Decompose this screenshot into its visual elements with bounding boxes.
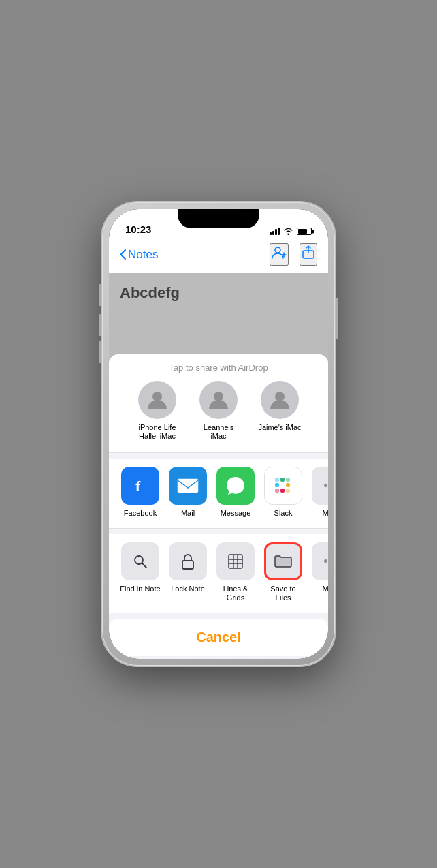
app-name-mail: Mail <box>181 509 195 517</box>
airdrop-avatar-0 <box>138 381 176 419</box>
app-name-more: More <box>322 509 328 517</box>
message-icon-bg <box>216 467 255 505</box>
status-bar: 10:23 <box>109 209 328 239</box>
airdrop-device-name-0: iPhone LifeHallei iMac <box>138 423 176 441</box>
airdrop-device-name-1: Leanne'siMac <box>204 423 233 441</box>
status-icons <box>270 228 312 235</box>
status-time: 10:23 <box>125 223 151 235</box>
phone-inner: 10:23 <box>109 209 328 659</box>
share-icon <box>301 245 316 260</box>
airdrop-avatar-1 <box>199 381 238 419</box>
action-name-lock: Lock Note <box>171 585 205 593</box>
battery-fill <box>298 229 307 234</box>
action-row: Find in Note Lock Not <box>109 534 328 613</box>
app-row: f Facebook <box>109 459 328 529</box>
phone-frame: 10:23 <box>102 202 335 666</box>
facebook-icon: f <box>121 467 159 505</box>
app-name-slack: Slack <box>274 509 293 517</box>
share-sheet: Tap to share with AirDrop <box>109 354 328 659</box>
mail-icon-bg <box>169 467 207 505</box>
svg-rect-13 <box>286 483 290 487</box>
svg-rect-10 <box>275 478 279 482</box>
person-add-icon <box>271 245 287 261</box>
svg-text:f: f <box>135 478 141 495</box>
svg-rect-11 <box>280 478 285 482</box>
more-apps-dots-icon <box>324 484 329 487</box>
find-in-note-icon-bg <box>121 542 159 580</box>
svg-rect-8 <box>178 479 198 493</box>
svg-rect-20 <box>229 555 242 568</box>
svg-rect-15 <box>280 489 285 493</box>
app-item-message[interactable]: Message <box>215 467 256 517</box>
message-bubble-icon <box>224 474 247 497</box>
notch <box>178 209 259 228</box>
wifi-icon <box>283 228 293 235</box>
action-item-lock[interactable]: Lock Note <box>167 542 208 602</box>
airdrop-device-0[interactable]: iPhone LifeHallei iMac <box>133 381 181 441</box>
add-contact-button[interactable] <box>270 243 289 266</box>
svg-rect-16 <box>275 489 279 493</box>
svg-rect-9 <box>275 483 279 487</box>
slack-icon-bg <box>264 467 302 505</box>
battery-icon <box>297 228 312 235</box>
share-button[interactable] <box>300 243 317 266</box>
svg-point-17 <box>135 556 143 564</box>
more-apps-icon-bg <box>312 467 328 505</box>
svg-point-6 <box>275 392 285 401</box>
signal-bars-icon <box>270 228 280 235</box>
airdrop-label: Tap to share with AirDrop <box>109 362 328 373</box>
airdrop-devices: iPhone LifeHallei iMac <box>109 381 328 441</box>
app-name-facebook: Facebook <box>124 509 157 517</box>
chevron-left-icon <box>120 249 126 260</box>
back-label: Notes <box>128 248 158 262</box>
cancel-button[interactable]: Cancel <box>109 619 328 656</box>
action-name-more: More <box>322 585 328 593</box>
back-button[interactable]: Notes <box>120 248 158 262</box>
app-item-more-apps[interactable]: More <box>310 467 328 517</box>
action-name-save-files: Save to Files <box>263 585 304 602</box>
nav-right-buttons <box>270 243 317 266</box>
app-item-mail[interactable]: Mail <box>167 467 208 517</box>
svg-rect-14 <box>286 489 290 493</box>
magnifier-icon <box>133 554 148 569</box>
more-actions-dots-icon <box>324 559 329 563</box>
airdrop-avatar-2 <box>261 381 299 419</box>
apps-scroll: f Facebook <box>109 467 328 517</box>
action-name-lines: Lines & Grids <box>215 585 256 602</box>
svg-point-4 <box>152 392 162 401</box>
action-item-lines[interactable]: Lines & Grids <box>215 542 256 602</box>
app-name-message: Message <box>221 509 251 517</box>
lock-icon <box>181 553 195 570</box>
person-silhouette-icon-2 <box>268 388 292 412</box>
more-actions-icon-bg <box>312 542 328 580</box>
mail-envelope-icon <box>177 478 199 493</box>
lines-grids-icon-bg <box>216 542 255 580</box>
lock-note-icon-bg <box>169 542 207 580</box>
action-item-more-actions[interactable]: More <box>310 542 328 602</box>
svg-point-5 <box>214 392 223 401</box>
airdrop-device-2[interactable]: Jaime's iMac <box>256 381 304 441</box>
app-item-facebook[interactable]: f Facebook <box>120 467 161 517</box>
person-silhouette-icon-1 <box>206 388 231 412</box>
app-item-slack[interactable]: Slack <box>263 467 304 517</box>
svg-point-0 <box>275 247 280 253</box>
screen: 10:23 <box>109 209 328 659</box>
svg-rect-19 <box>182 561 193 569</box>
note-content-area: Abcdefg Tap to share with AirDrop <box>109 273 328 659</box>
slack-logo-icon <box>271 474 295 498</box>
save-to-files-icon-bg <box>264 542 302 580</box>
actions-scroll: Find in Note Lock Not <box>109 542 328 602</box>
action-item-save-files[interactable]: Save to Files <box>263 542 304 602</box>
cancel-section: Cancel <box>109 619 328 656</box>
action-name-find: Find in Note <box>120 585 160 593</box>
svg-rect-12 <box>286 478 290 482</box>
airdrop-device-1[interactable]: Leanne'siMac <box>195 381 242 441</box>
person-silhouette-icon <box>145 388 169 412</box>
airdrop-section: Tap to share with AirDrop <box>109 354 328 452</box>
svg-line-18 <box>142 563 146 568</box>
action-item-find[interactable]: Find in Note <box>120 542 161 602</box>
grid-icon <box>228 554 243 569</box>
share-sheet-overlay: Tap to share with AirDrop <box>109 273 328 659</box>
airdrop-device-name-2: Jaime's iMac <box>258 423 301 432</box>
folder-icon <box>274 555 292 568</box>
